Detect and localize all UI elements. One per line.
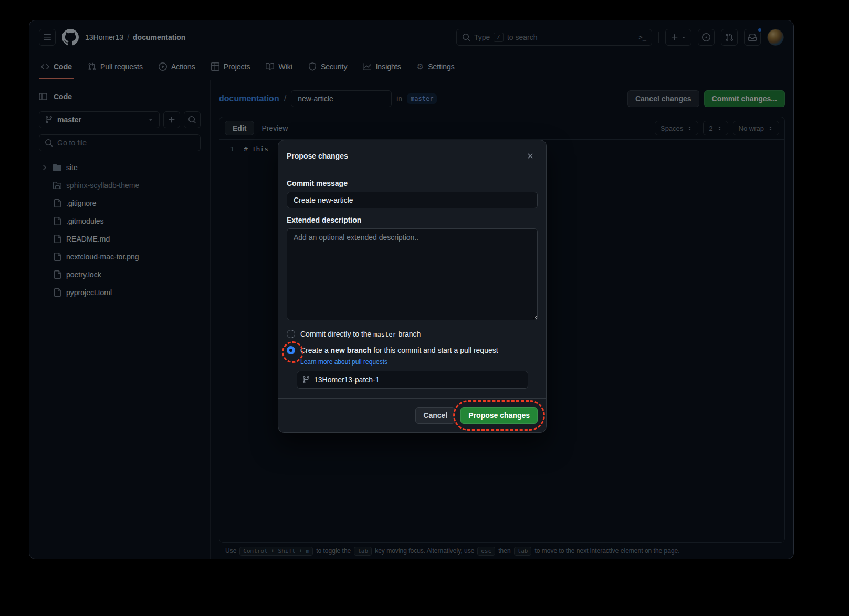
propose-changes-dialog: Propose changes Commit message Extended …	[278, 140, 547, 433]
create-branch-option[interactable]: Create a new branch for this commit and …	[287, 346, 538, 354]
git-branch-icon	[302, 375, 310, 384]
radio-create-branch[interactable]	[287, 346, 295, 354]
new-branch-name-input[interactable]	[297, 371, 528, 389]
radio-commit-directly[interactable]	[287, 330, 295, 338]
dialog-body: Commit message Extended description Comm…	[278, 179, 546, 389]
propose-changes-button[interactable]: Propose changes	[460, 407, 538, 424]
commit-directly-option[interactable]: Commit directly to the master branch	[287, 330, 538, 338]
commit-message-label: Commit message	[287, 179, 538, 187]
dialog-footer: Cancel Propose changes	[278, 398, 546, 432]
close-icon	[526, 152, 534, 160]
github-window: 13Homer13 / documentation Type / to sear…	[29, 20, 794, 559]
cancel-button[interactable]: Cancel	[415, 407, 455, 424]
close-dialog-button[interactable]	[523, 149, 538, 163]
dialog-title: Propose changes	[287, 152, 348, 160]
commit-message-input[interactable]	[287, 192, 538, 208]
dialog-header: Propose changes	[278, 140, 546, 172]
extended-description-textarea[interactable]	[287, 228, 538, 320]
new-branch-name-field	[297, 371, 528, 389]
learn-more-link[interactable]: Learn more about pull requests	[300, 358, 387, 366]
extended-description-label: Extended description	[287, 216, 538, 224]
branch-name-code: master	[373, 331, 396, 338]
